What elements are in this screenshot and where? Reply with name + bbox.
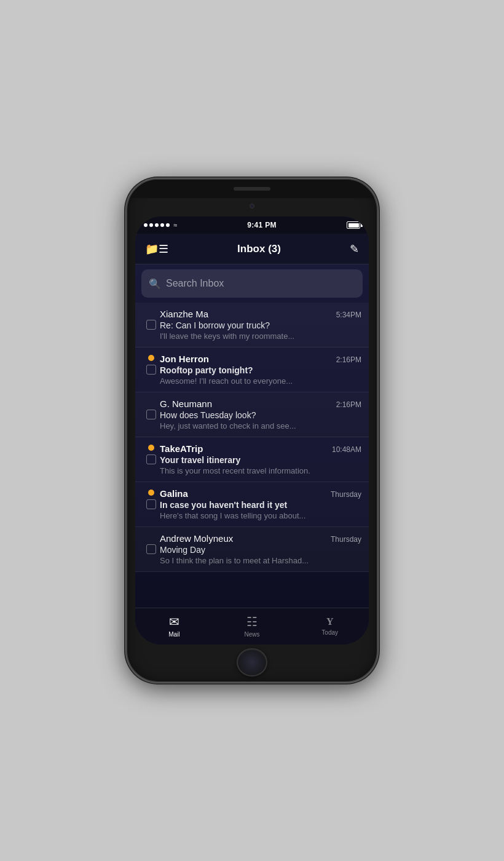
email-subject-2: Rooftop party tonight? bbox=[160, 365, 361, 375]
signal-dot-5 bbox=[166, 223, 170, 227]
email-header-6: Andrew Molyneux Thursday bbox=[160, 533, 361, 544]
email-sender-6: Andrew Molyneux bbox=[160, 533, 233, 544]
phone-top bbox=[127, 180, 377, 198]
battery-icon bbox=[347, 221, 360, 229]
email-left-5 bbox=[143, 490, 160, 509]
tab-today[interactable]: Y Today bbox=[291, 616, 369, 636]
search-placeholder-text: Search Inbox bbox=[166, 278, 224, 289]
checkbox-1[interactable] bbox=[146, 320, 156, 330]
status-bar: ≈ 9:41 PM bbox=[135, 216, 369, 234]
email-header-3: G. Neumann 2:16PM bbox=[160, 399, 361, 409]
compose-icon[interactable]: ✎ bbox=[350, 242, 359, 256]
email-preview-6: So I think the plan is to meet at Harsha… bbox=[160, 556, 361, 565]
email-time-3: 2:16PM bbox=[336, 400, 361, 409]
status-time: 9:41 PM bbox=[247, 221, 276, 229]
email-left-3 bbox=[143, 400, 160, 419]
email-sender-2: Jon Herron bbox=[160, 354, 209, 364]
unread-dot-5 bbox=[148, 490, 154, 496]
search-icon: 🔍 bbox=[149, 278, 161, 290]
signal-dot-1 bbox=[144, 223, 148, 227]
email-preview-5: Here's that song I was telling you about… bbox=[160, 511, 361, 520]
email-time-1: 5:34PM bbox=[336, 311, 361, 319]
email-preview-2: Awesome! I'll reach out to everyone... bbox=[160, 376, 361, 386]
email-item-5[interactable]: Galina Thursday In case you haven't hear… bbox=[135, 482, 369, 527]
nav-title: Inbox (3) bbox=[237, 243, 281, 255]
nav-left[interactable]: 📁☰ bbox=[145, 242, 168, 256]
email-item-1[interactable]: Xianzhe Ma 5:34PM Re: Can I borrow your … bbox=[135, 303, 369, 347]
email-content-1: Xianzhe Ma 5:34PM Re: Can I borrow your … bbox=[160, 309, 361, 341]
email-subject-1: Re: Can I borrow your truck? bbox=[160, 320, 361, 330]
email-header-1: Xianzhe Ma 5:34PM bbox=[160, 309, 361, 319]
home-button[interactable] bbox=[237, 648, 267, 676]
speaker bbox=[234, 187, 270, 191]
email-left-1 bbox=[143, 310, 160, 330]
email-list: Xianzhe Ma 5:34PM Re: Can I borrow your … bbox=[135, 303, 369, 608]
email-time-4: 10:48AM bbox=[332, 445, 361, 454]
email-preview-4: This is your most recent travel informat… bbox=[160, 466, 361, 475]
signal-area: ≈ bbox=[144, 221, 177, 229]
email-sender-1: Xianzhe Ma bbox=[160, 309, 208, 319]
app-screen: 📁☰ Inbox (3) ✎ 🔍 Search Inbox bbox=[135, 234, 369, 645]
email-time-2: 2:16PM bbox=[336, 355, 361, 364]
checkbox-3[interactable] bbox=[146, 410, 156, 419]
news-tab-label: News bbox=[245, 631, 260, 638]
email-header-4: TakeATrip 10:48AM bbox=[160, 443, 361, 454]
email-content-5: Galina Thursday In case you haven't hear… bbox=[160, 488, 361, 520]
search-bar[interactable]: 🔍 Search Inbox bbox=[141, 269, 363, 298]
nav-bar: 📁☰ Inbox (3) ✎ bbox=[135, 234, 369, 264]
battery-area bbox=[347, 221, 360, 229]
battery-fill bbox=[348, 223, 359, 228]
unread-dot-4 bbox=[148, 445, 154, 451]
today-tab-icon: Y bbox=[326, 616, 334, 627]
checkbox-5[interactable] bbox=[146, 499, 156, 509]
checkbox-4[interactable] bbox=[146, 454, 156, 464]
wifi-icon: ≈ bbox=[173, 221, 177, 229]
email-item-6[interactable]: Andrew Molyneux Thursday Moving Day So I… bbox=[135, 527, 369, 572]
email-preview-1: I'll leave the keys with my roommate... bbox=[160, 331, 361, 341]
today-tab-label: Today bbox=[321, 629, 338, 636]
email-subject-4: Your travel itinerary bbox=[160, 455, 361, 465]
email-subject-3: How does Tuesday look? bbox=[160, 410, 361, 420]
news-tab-icon: ☷ bbox=[246, 614, 258, 629]
mail-tab-icon: ✉ bbox=[169, 614, 179, 629]
email-preview-3: Hey, just wanted to check in and see... bbox=[160, 421, 361, 430]
folder-icon: 📁☰ bbox=[145, 242, 168, 256]
email-sender-3: G. Neumann bbox=[160, 399, 212, 409]
email-time-5: Thursday bbox=[331, 490, 361, 499]
signal-dot-3 bbox=[155, 223, 159, 227]
tab-mail[interactable]: ✉ Mail bbox=[135, 614, 213, 638]
camera bbox=[250, 204, 254, 208]
email-sender-5: Galina bbox=[160, 488, 188, 499]
signal-dot-4 bbox=[160, 223, 164, 227]
email-content-3: G. Neumann 2:16PM How does Tuesday look?… bbox=[160, 399, 361, 430]
signal-dot-2 bbox=[149, 223, 153, 227]
email-content-4: TakeATrip 10:48AM Your travel itinerary … bbox=[160, 443, 361, 475]
email-content-2: Jon Herron 2:16PM Rooftop party tonight?… bbox=[160, 354, 361, 386]
email-subject-5: In case you haven't heard it yet bbox=[160, 500, 361, 510]
mail-tab-label: Mail bbox=[168, 631, 179, 638]
email-content-6: Andrew Molyneux Thursday Moving Day So I… bbox=[160, 533, 361, 565]
email-header-2: Jon Herron 2:16PM bbox=[160, 354, 361, 364]
email-subject-6: Moving Day bbox=[160, 545, 361, 555]
phone-frame: ≈ 9:41 PM 📁☰ Inbox (3) ✎ 🔍 Sea bbox=[126, 178, 378, 683]
phone-screen: ≈ 9:41 PM 📁☰ Inbox (3) ✎ 🔍 Sea bbox=[135, 216, 369, 645]
email-sender-4: TakeATrip bbox=[160, 443, 203, 454]
email-time-6: Thursday bbox=[331, 535, 361, 544]
email-left-6 bbox=[143, 534, 160, 554]
checkbox-2[interactable] bbox=[146, 365, 156, 375]
checkbox-6[interactable] bbox=[146, 544, 156, 554]
email-item-2[interactable]: Jon Herron 2:16PM Rooftop party tonight?… bbox=[135, 347, 369, 392]
email-left-4 bbox=[143, 445, 160, 464]
tab-news[interactable]: ☷ News bbox=[213, 614, 291, 638]
email-left-2 bbox=[143, 355, 160, 375]
unread-dot-2 bbox=[148, 355, 154, 361]
email-item-3[interactable]: G. Neumann 2:16PM How does Tuesday look?… bbox=[135, 392, 369, 437]
email-item-4[interactable]: TakeATrip 10:48AM Your travel itinerary … bbox=[135, 437, 369, 482]
tab-bar: ✉ Mail ☷ News Y Today bbox=[135, 608, 369, 645]
email-header-5: Galina Thursday bbox=[160, 488, 361, 499]
